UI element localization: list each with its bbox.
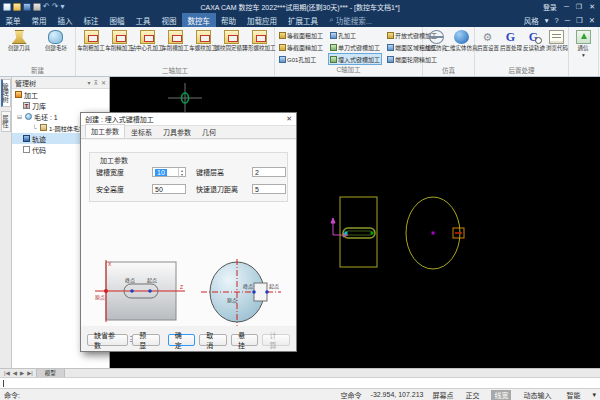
tree-panel-header: 管理树 ▾ ⊼ ✕ [12, 77, 109, 89]
style-dropdown[interactable]: 风格 [524, 15, 539, 26]
tab-sheet[interactable]: 图幅 [104, 13, 130, 27]
doc-restore-icon[interactable]: ❐ [576, 16, 583, 25]
tab-addins[interactable]: 加载应用 [242, 13, 283, 27]
communication-icon [576, 30, 591, 44]
open-icon[interactable] [13, 3, 21, 11]
solid-sim-button[interactable]: 二维实体仿真 [448, 29, 474, 52]
tree-item-tool-library[interactable]: T 刀库 [12, 100, 109, 111]
ribbon-group-two-axis: 车削粗加工 车削精加工 钻中心孔加工 车削槽加工 车螺纹加工 螺纹固定循环 异形… [76, 27, 275, 76]
dialog-tab-tool-params[interactable]: 刀具参数 [158, 126, 196, 138]
dialog-tab-coord-system[interactable]: 坐标系 [126, 126, 157, 138]
cancel-button[interactable]: 取消 [199, 334, 227, 346]
ok-button[interactable]: 确定 [168, 334, 196, 346]
wireframe-sim-icon [429, 30, 444, 44]
title-bar: ↶ ↷ ▾ CAXA CAM 数控车 2022***试用期(还剩30天)*** … [0, 0, 600, 13]
keyway-width-field[interactable]: 10 ▴ ▾ [152, 167, 186, 177]
nav-next-icon[interactable]: ▶ [20, 370, 24, 376]
ortho-toggle[interactable]: 正交 [462, 390, 482, 400]
nav-last-icon[interactable]: ▶| [27, 370, 33, 376]
nav-first-icon[interactable]: |◀ [4, 370, 10, 376]
tree-dropdown-icon[interactable]: ▾ [88, 79, 91, 86]
special-thread-button[interactable]: 异形螺纹加工 [245, 29, 273, 52]
thread-button[interactable]: 车螺纹加工 [189, 29, 217, 52]
print-icon[interactable] [33, 3, 41, 11]
minimize-icon[interactable]: ─ [564, 3, 569, 10]
login-button[interactable]: 登录 [543, 2, 557, 12]
const-section-rough-button[interactable]: 等截面粗加工 [277, 29, 325, 41]
turn-finish-button[interactable]: 车削精加工 [105, 29, 133, 52]
button-label: 钻中心孔加工 [130, 45, 163, 51]
tree-pin-icon[interactable]: ⊼ [94, 79, 98, 86]
close-icon[interactable]: ✕ [589, 3, 595, 11]
tree-close-icon[interactable]: ✕ [101, 79, 106, 86]
spinner-down-icon[interactable]: ▾ [181, 173, 183, 177]
ribbon-group-create: 创建刀具 创建毛坯 新建 [0, 27, 76, 76]
default-params-button[interactable]: 缺省参数 [87, 334, 128, 346]
tab-help[interactable]: 帮助 [216, 13, 242, 27]
communication-button[interactable]: 通信 ▾ [570, 29, 597, 58]
side-tab-tree[interactable]: 管理树 [1, 79, 11, 107]
plunge-keyway-button[interactable]: 埋入式键槽加工 [328, 53, 382, 65]
thread-cycle-button[interactable]: 螺纹固定循环 [217, 29, 245, 52]
expander-icon[interactable]: ⊟ [16, 113, 23, 120]
smart-dropdown-icon[interactable]: ▾ [592, 391, 596, 399]
save-icon[interactable] [23, 3, 31, 11]
post-process-button[interactable]: G后置处理 [499, 29, 522, 52]
undo-icon[interactable]: ↶ [43, 3, 50, 11]
tab-cnc-lathe[interactable]: 数控车 [182, 13, 216, 27]
g01-hole-button[interactable]: G01孔加工 [277, 53, 325, 65]
dynamic-input-toggle[interactable]: 动态输入 [520, 390, 554, 400]
help-icon[interactable]: ? [554, 16, 558, 25]
style-dropdown-icon[interactable]: ▾ [545, 16, 549, 25]
browse-code-button[interactable]: 浏览代码 [545, 29, 568, 52]
groove-button[interactable]: 车削槽加工 [161, 29, 189, 52]
slot-end-point[interactable] [371, 232, 374, 235]
screen-point-mode[interactable]: 屏幕点 [432, 390, 453, 400]
reverse-read-button[interactable]: G反读轨迹 [522, 29, 545, 52]
comm-dropdown-icon[interactable]: ▾ [582, 52, 585, 58]
post-settings-button[interactable]: ⚙后置设置 [476, 29, 499, 52]
command-input[interactable] [0, 377, 600, 388]
dialog-close-icon[interactable]: ✕ [286, 115, 292, 123]
tab-ext-tools[interactable]: 扩展工具 [283, 13, 324, 27]
const-section-finish-button[interactable]: 等截面精加工 [277, 41, 325, 53]
single-cutter-keyway-button[interactable]: 单刀式键槽加工 [328, 41, 382, 53]
preview-button[interactable]: 预显 [132, 334, 160, 346]
create-tool-button[interactable]: 创建刀具 [1, 29, 38, 52]
center-drill-button[interactable]: 钻中心孔加工 [133, 29, 161, 52]
function-search[interactable]: ⌕ 功能搜索... [330, 15, 372, 26]
dialog-tab-geometry[interactable]: 几何 [197, 126, 221, 138]
doc-minimize-icon[interactable]: ─ [565, 16, 570, 25]
suspend-button[interactable]: 悬挂 [231, 334, 259, 346]
keyway-slot[interactable] [343, 228, 375, 238]
qat-dropdown-icon[interactable]: ▾ [60, 3, 64, 11]
redo-icon[interactable]: ↷ [52, 3, 59, 11]
tree-item-machining[interactable]: 加工 [12, 89, 109, 100]
tab-common[interactable]: 常用 [26, 13, 52, 27]
side-tab-properties[interactable]: 属性 [1, 111, 11, 132]
tab-insert[interactable]: 插入 [52, 13, 78, 27]
slot-start-point[interactable] [345, 232, 348, 235]
linewidth-toggle[interactable]: 线宽 [491, 390, 511, 400]
turn-rough-button[interactable]: 车削粗加工 [77, 29, 105, 52]
group-label: 仿真 [423, 66, 474, 76]
new-icon[interactable] [3, 3, 11, 11]
tab-tools[interactable]: 工具 [130, 13, 156, 27]
create-blank-button[interactable]: 创建毛坯 [38, 29, 75, 52]
maximize-icon[interactable]: ❐ [576, 3, 582, 11]
doc-close-icon[interactable]: ✕ [589, 16, 595, 25]
rapid-retract-field[interactable]: 5 [252, 184, 286, 194]
keyway-left-view-marker[interactable] [453, 228, 464, 238]
dialog-tab-machining-params[interactable]: 加工参数 [85, 124, 125, 138]
ribbon-group-simulation: 线框仿真 二维实体仿真 仿真 [423, 27, 475, 76]
hole-machining-button[interactable]: 孔加工 [328, 29, 382, 41]
tab-menu[interactable]: 菜单 [0, 13, 26, 27]
keyway-layer-height-field[interactable]: 2 [252, 167, 286, 177]
tab-view[interactable]: 视图 [156, 13, 182, 27]
nav-prev-icon[interactable]: ◀ [13, 370, 17, 376]
safe-height-field[interactable]: 50 [152, 184, 186, 194]
tab-annotate[interactable]: 标注 [78, 13, 104, 27]
smart-snap-toggle[interactable]: 智能 [563, 390, 583, 400]
groove-icon [168, 30, 183, 44]
keyway-width-spinner[interactable]: ▴ ▾ [178, 168, 185, 178]
